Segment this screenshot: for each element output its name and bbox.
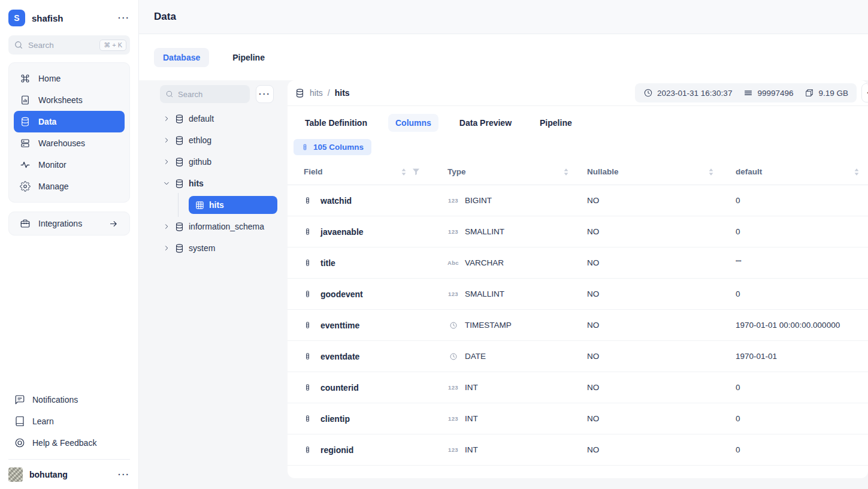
type-value: BIGINT — [465, 196, 492, 205]
tree-node-ethlog[interactable]: ethlog — [160, 129, 288, 151]
time-type-icon — [447, 321, 459, 330]
global-search-input[interactable] — [28, 41, 95, 50]
database-icon — [174, 179, 185, 189]
global-search[interactable]: ⌘ + K — [8, 35, 130, 55]
table-row[interactable]: counterid 123INT NO 0 — [288, 372, 868, 403]
tab-database[interactable]: Database — [154, 48, 209, 67]
table-row[interactable]: clientip 123INT NO 0 — [288, 403, 868, 434]
tree-more-button[interactable] — [256, 85, 274, 103]
tree-node-hits[interactable]: hits — [160, 173, 288, 194]
tab-columns[interactable]: Columns — [388, 114, 438, 132]
workspace-menu-icon[interactable] — [118, 14, 130, 22]
field-name: javaenable — [320, 227, 364, 237]
chevron-right-icon[interactable] — [163, 137, 170, 144]
table-row[interactable]: javaenable 123SMALLINT NO 0 — [288, 216, 868, 247]
sidebar-item-label: Manage — [38, 182, 69, 191]
sidebar-item-worksheets[interactable]: Worksheets — [14, 89, 125, 111]
view-tabs: Database Pipeline — [139, 34, 868, 80]
sidebar-item-manage[interactable]: Manage — [14, 176, 125, 197]
numeric-type-icon: 123 — [447, 415, 459, 422]
tab-pipeline[interactable]: Pipeline — [223, 48, 274, 67]
sidebar-item-integrations[interactable]: Integrations — [8, 212, 130, 236]
tree-search-input[interactable] — [178, 90, 244, 99]
default-value: 0 — [736, 227, 868, 236]
tab-table-definition[interactable]: Table Definition — [298, 114, 374, 132]
column-icon — [304, 320, 311, 330]
breadcrumb-table: hits — [335, 88, 350, 98]
chevron-right-icon[interactable] — [163, 158, 170, 165]
columns-count-badge: 105 Columns — [294, 139, 371, 155]
table-row[interactable]: title AbcVARCHAR NO "" — [288, 247, 868, 279]
sidebar-item-help-feedback[interactable]: Help & Feedback — [8, 432, 130, 454]
default-value: 0 — [736, 383, 868, 392]
tree-node-github[interactable]: github — [160, 151, 288, 173]
sort-icon[interactable] — [708, 168, 714, 176]
user-menu-icon[interactable] — [118, 470, 130, 479]
table-row[interactable]: regionid 123INT NO 0 — [288, 434, 868, 466]
database-tree: default ethlog github hits — [160, 108, 288, 259]
cube-icon — [805, 88, 814, 98]
tree-search[interactable] — [160, 85, 250, 103]
sidebar-item-monitor[interactable]: Monitor — [14, 154, 125, 176]
tab-data-preview[interactable]: Data Preview — [452, 114, 519, 132]
nullable-value: NO — [587, 383, 736, 392]
database-icon — [174, 135, 185, 146]
tree-table-hits-selected[interactable]: hits — [189, 196, 277, 214]
header-field: Field — [304, 167, 323, 176]
chevron-right-icon[interactable] — [163, 223, 170, 230]
column-icon — [304, 445, 311, 455]
tree-node-default[interactable]: default — [160, 108, 288, 129]
primary-nav: Home Worksheets Data Warehouses Monitor … — [8, 62, 130, 203]
column-icon — [301, 143, 309, 152]
sidebar-item-warehouses[interactable]: Warehouses — [14, 132, 125, 154]
clock-icon — [643, 88, 653, 98]
type-value: TIMESTAMP — [465, 321, 512, 330]
tab-pipeline[interactable]: Pipeline — [533, 114, 579, 132]
table-more-button[interactable] — [861, 83, 868, 102]
chevron-right-icon[interactable] — [163, 244, 170, 252]
default-value: "" — [736, 258, 868, 267]
table-icon — [195, 201, 204, 210]
tree-table-label: hits — [209, 200, 224, 210]
more-icon — [259, 90, 271, 98]
sidebar-item-learn[interactable]: Learn — [8, 410, 130, 432]
type-value: SMALLINT — [465, 227, 504, 236]
table-row[interactable]: goodevent 123SMALLINT NO 0 — [288, 279, 868, 310]
sort-icon[interactable] — [401, 168, 407, 176]
field-name: eventtime — [320, 321, 359, 330]
table-row[interactable]: eventdate DATE NO 1970-01-01 — [288, 341, 868, 372]
nullable-value: NO — [587, 227, 736, 236]
breadcrumb: hits / hits — [295, 88, 350, 98]
tree-node-system[interactable]: system — [160, 237, 288, 259]
sidebar-item-data[interactable]: Data — [14, 111, 125, 132]
table-row[interactable]: eventtime TIMESTAMP NO 1970-01-01 00:00:… — [288, 310, 868, 341]
type-value: INT — [465, 383, 478, 392]
default-value: 1970-01-01 00:00:00.000000 — [736, 321, 868, 330]
user-menu[interactable]: bohutang — [8, 459, 130, 482]
sort-icon[interactable] — [563, 168, 569, 176]
breadcrumb-database[interactable]: hits — [310, 88, 323, 98]
table-row[interactable]: watchid 123BIGINT NO 0 — [288, 185, 868, 216]
toolbox-icon — [20, 218, 31, 229]
tree-node-information-schema[interactable]: information_schema — [160, 216, 288, 237]
default-value: 0 — [736, 414, 868, 423]
meta-updated: 2023-01-31 16:30:37 — [643, 88, 732, 98]
nullable-value: NO — [587, 352, 736, 361]
tree-children-hits: hits — [160, 194, 288, 216]
chevron-down-icon[interactable] — [163, 180, 170, 187]
sidebar-item-label: Data — [38, 117, 56, 126]
sort-icon[interactable] — [854, 168, 860, 176]
chevron-right-icon[interactable] — [163, 115, 170, 122]
sidebar-item-notifications[interactable]: Notifications — [8, 389, 130, 410]
header-nullable: Nullable — [587, 167, 619, 176]
tree-node-label: ethlog — [189, 135, 211, 145]
meta-data-size-value: 9.19 GB — [818, 89, 848, 98]
columns-table: Field Type Nullable — [288, 159, 868, 466]
database-icon — [174, 222, 185, 232]
sidebar-item-home[interactable]: Home — [14, 68, 125, 89]
meta-row-count: 99997496 — [743, 88, 793, 98]
workspace-switcher[interactable]: S shafish — [8, 8, 130, 28]
filter-icon[interactable] — [412, 168, 420, 176]
tree-indent-guide — [178, 193, 179, 217]
tree-node-label: github — [189, 157, 211, 167]
